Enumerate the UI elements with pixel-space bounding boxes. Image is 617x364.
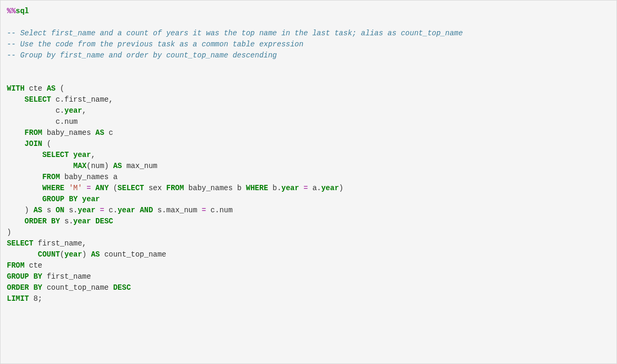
punct-dot: . bbox=[277, 184, 281, 192]
kw-group: GROUP bbox=[42, 195, 64, 203]
kw-group: GROUP bbox=[7, 272, 29, 281]
comment-line-1: -- Select first_name and a count of year… bbox=[7, 29, 463, 37]
punct-lparen: ( bbox=[113, 184, 117, 192]
id-year: year bbox=[321, 184, 339, 192]
id-num: num bbox=[91, 162, 104, 170]
kw-by: BY bbox=[69, 195, 78, 203]
kw-as: AS bbox=[33, 206, 42, 214]
kw-select: SELECT bbox=[7, 239, 33, 248]
kw-limit: LIMIT bbox=[7, 294, 29, 303]
id-year: year bbox=[281, 184, 299, 192]
punct-semicolon: ; bbox=[38, 294, 42, 303]
magic-op: %% bbox=[7, 7, 16, 15]
punct-comma: , bbox=[82, 106, 86, 115]
punct-rparen: ) bbox=[104, 162, 109, 170]
kw-by: BY bbox=[33, 272, 42, 281]
kw-as: AS bbox=[95, 129, 104, 137]
op-eq: = bbox=[100, 206, 104, 214]
punct-comma: , bbox=[91, 151, 95, 159]
punct-dot: . bbox=[60, 95, 64, 104]
lit-8: 8 bbox=[33, 294, 37, 303]
kw-from: FROM bbox=[25, 129, 43, 137]
kw-count: COUNT bbox=[38, 250, 60, 259]
id-num: num bbox=[219, 206, 232, 214]
op-eq: = bbox=[303, 184, 308, 192]
op-eq: = bbox=[202, 206, 206, 214]
punct-comma: , bbox=[82, 239, 86, 248]
punct-lparen: ( bbox=[47, 140, 51, 148]
id-count-top-name: count_top_name bbox=[104, 250, 167, 259]
kw-desc: DESC bbox=[113, 283, 131, 292]
id-baby-names: baby_names bbox=[64, 173, 109, 181]
punct-lparen: ( bbox=[60, 250, 64, 259]
id-a: a bbox=[113, 173, 117, 181]
punct-dot: . bbox=[60, 117, 64, 126]
id-c: c bbox=[109, 206, 113, 214]
kw-on: ON bbox=[55, 206, 64, 214]
kw-select: SELECT bbox=[42, 151, 68, 159]
id-max-num: max_num bbox=[126, 162, 158, 170]
kw-as: AS bbox=[113, 162, 122, 170]
kw-select: SELECT bbox=[117, 184, 144, 192]
comment-line-3: -- Group by first_name and order by coun… bbox=[7, 51, 277, 60]
id-year: year bbox=[73, 151, 91, 159]
kw-max: MAX bbox=[73, 162, 86, 170]
id-cte: cte bbox=[29, 84, 42, 93]
kw-any: ANY bbox=[95, 184, 109, 192]
punct-dot: . bbox=[60, 106, 64, 115]
punct-rparen: ) bbox=[7, 228, 11, 237]
kw-from: FROM bbox=[167, 184, 184, 192]
punct-rparen: ) bbox=[82, 250, 86, 259]
punct-dot: . bbox=[162, 206, 166, 214]
kw-join: JOIN bbox=[25, 140, 43, 148]
kw-from: FROM bbox=[42, 173, 60, 181]
id-year: year bbox=[77, 206, 95, 214]
punct-dot: . bbox=[113, 206, 117, 214]
id-first-name: first_name bbox=[47, 272, 91, 281]
punct-dot: . bbox=[69, 217, 73, 225]
id-year: year bbox=[73, 217, 91, 225]
op-eq: = bbox=[86, 184, 91, 192]
id-first-name: first_name bbox=[64, 95, 109, 104]
kw-and: AND bbox=[140, 206, 153, 214]
lit-m: 'M' bbox=[69, 184, 82, 192]
id-count-top-name: count_top_name bbox=[47, 283, 109, 292]
id-max-num: max_num bbox=[167, 206, 198, 214]
id-c: c bbox=[55, 117, 60, 126]
kw-where: WHERE bbox=[246, 184, 268, 192]
kw-order: ORDER bbox=[25, 217, 47, 225]
id-c: c bbox=[211, 206, 215, 214]
id-year: year bbox=[64, 250, 82, 259]
kw-by: BY bbox=[33, 283, 42, 292]
id-baby-names: baby_names bbox=[47, 129, 91, 137]
magic-line: %%sql bbox=[7, 7, 29, 15]
id-year: year bbox=[64, 106, 82, 115]
kw-as: AS bbox=[47, 84, 56, 93]
id-year: year bbox=[82, 195, 100, 203]
kw-with: WITH bbox=[7, 84, 25, 93]
kw-order: ORDER bbox=[7, 283, 29, 292]
kw-select: SELECT bbox=[25, 95, 51, 104]
id-b: b bbox=[272, 184, 277, 192]
id-s: s bbox=[158, 206, 162, 214]
punct-dot: . bbox=[317, 184, 321, 192]
id-s: s bbox=[47, 206, 51, 214]
kw-by: BY bbox=[51, 217, 60, 225]
id-s: s bbox=[69, 206, 73, 214]
kw-desc: DESC bbox=[95, 217, 113, 225]
kw-as: AS bbox=[91, 250, 100, 259]
id-sex: sex bbox=[149, 184, 162, 192]
punct-lparen: ( bbox=[60, 84, 64, 93]
punct-rparen: ) bbox=[339, 184, 343, 192]
id-c: c bbox=[55, 95, 60, 104]
magic-name: sql bbox=[16, 7, 29, 15]
kw-from: FROM bbox=[7, 261, 25, 270]
id-first-name: first_name bbox=[38, 239, 82, 248]
id-s: s bbox=[64, 217, 68, 225]
id-c: c bbox=[55, 106, 60, 115]
punct-rparen: ) bbox=[25, 206, 29, 214]
punct-comma: , bbox=[109, 95, 113, 104]
id-cte: cte bbox=[29, 261, 42, 270]
id-num: num bbox=[64, 117, 77, 126]
code-cell[interactable]: %%sql -- Select first_name and a count o… bbox=[0, 0, 617, 364]
